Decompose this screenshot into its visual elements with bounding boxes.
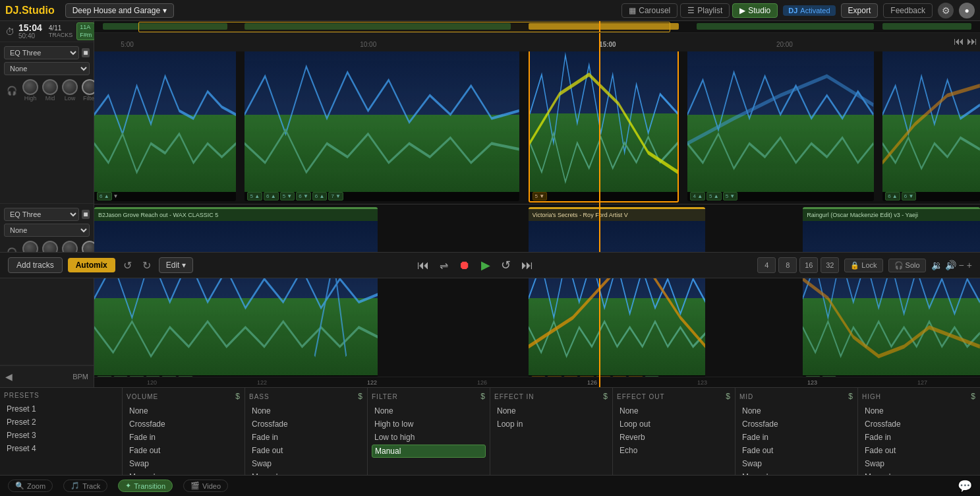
preset-1[interactable]: Preset 1 (4, 403, 118, 415)
mid-dollar-icon[interactable]: $ (848, 392, 853, 401)
high-fade-in[interactable]: Fade in (862, 431, 976, 443)
transition-icon: ✦ (125, 481, 131, 490)
bottom-bar: 🔍 Zoom 🎵 Track ✦ Transition 🎬 Video 💬 (0, 475, 980, 496)
volume-fade-in[interactable]: Fade in (127, 431, 241, 443)
mid-swap[interactable]: Swap (739, 458, 853, 470)
vol-up-icon[interactable]: 🔊 (945, 260, 956, 270)
high-knob-1[interactable] (22, 79, 38, 95)
feedback-button[interactable]: Feedback (883, 3, 933, 18)
automix-button[interactable]: Automix (68, 258, 115, 272)
filter-none[interactable]: None (372, 405, 486, 417)
bass-none[interactable]: None (249, 405, 363, 417)
mid-crossfade[interactable]: Crossfade (739, 418, 853, 430)
nav-carousel[interactable]: ▦ Carousel (621, 3, 677, 18)
eq-toggle-1[interactable]: ■ (82, 48, 90, 57)
high-fade-out[interactable]: Fade out (862, 445, 976, 456)
solo-button[interactable]: 🎧 Solo (888, 259, 926, 272)
undo-button[interactable]: ↺ (121, 258, 134, 273)
loop-button[interactable]: ↺ (498, 257, 513, 274)
volume-crossfade[interactable]: Crossfade (127, 418, 241, 430)
redo-button[interactable]: ↻ (140, 258, 154, 273)
fast-forward-btn[interactable]: ⏭ (967, 36, 977, 47)
track-clip-b2[interactable]: Victoria's Secrets - Roy Ford Artist V 4… (529, 207, 706, 385)
skip-back-button[interactable]: ⏮ (415, 257, 432, 274)
effect-in-none[interactable]: None (494, 405, 608, 417)
lock-button[interactable]: 🔒 Lock (844, 259, 882, 272)
header: DJ.Studio Deep House and Garage ▾ ▦ Caro… (0, 0, 980, 21)
bass-fade-out[interactable]: Fade out (249, 445, 363, 456)
low-knob-1[interactable] (62, 79, 78, 95)
play-button[interactable]: ▶ (478, 257, 493, 274)
user-avatar[interactable]: ● (959, 3, 975, 18)
settings-icon[interactable]: ⚙ (938, 3, 954, 18)
bass-crossfade[interactable]: Crossfade (249, 418, 363, 430)
filter-low-to-high[interactable]: Low to high (372, 431, 486, 443)
eq-select-1[interactable]: EQ Three None (4, 46, 79, 59)
effect-out-dollar-icon[interactable]: $ (726, 392, 731, 401)
zoom-16-button[interactable]: 16 (799, 257, 818, 273)
high-dollar-icon[interactable]: $ (971, 392, 976, 401)
mid-fade-out[interactable]: Fade out (739, 445, 853, 456)
volume-dollar-icon[interactable]: $ (235, 392, 241, 401)
mid-knob-1[interactable] (42, 79, 58, 95)
mid-none[interactable]: None (739, 405, 853, 417)
preset-4[interactable]: Preset 4 (4, 443, 118, 454)
volume-none[interactable]: None (127, 405, 241, 417)
rewind-btn[interactable]: ⏮ (954, 36, 964, 47)
record-button[interactable]: ⏺ (456, 257, 473, 274)
edit-button[interactable]: Edit ▾ (159, 257, 194, 273)
viewport-indicator[interactable] (138, 22, 670, 32)
zoom-tab[interactable]: 🔍 Zoom (8, 480, 53, 492)
zoom-4-button[interactable]: 4 (757, 257, 776, 273)
left-panel: ⏱ 15:04 50:40 4/11 TRACKS 11A F#m EQ Thr… (0, 21, 94, 387)
clip-2-tag-6: 7 ▼ (328, 192, 343, 201)
skip-forward-button[interactable]: ⏭ (519, 257, 536, 274)
timeline-overview[interactable] (94, 21, 980, 33)
clip-4-tag-1: 4 ▲ (690, 192, 705, 201)
volume-fade-out[interactable]: Fade out (127, 445, 241, 456)
zoom-8-button[interactable]: 8 (778, 257, 797, 273)
mid-fade-in[interactable]: Fade in (739, 431, 853, 443)
bass-dollar-icon[interactable]: $ (358, 392, 363, 401)
add-tracks-button[interactable]: Add tracks (8, 257, 63, 273)
track-clip-b3[interactable]: Raingurl (Oscar Mackenzie Edit) v3 - Yae… (803, 207, 980, 385)
chat-icon[interactable]: 💬 (958, 479, 972, 493)
effect-out-none[interactable]: None (617, 405, 731, 417)
mix-button[interactable]: ⇌ (437, 258, 451, 273)
preset-3[interactable]: Preset 3 (4, 429, 118, 441)
bass-fade-in[interactable]: Fade in (249, 431, 363, 443)
zoom-32-button[interactable]: 32 (821, 257, 839, 273)
track-tab[interactable]: 🎵 Track (63, 480, 107, 492)
effect-in-loop-in[interactable]: Loop in (494, 418, 608, 430)
volume-swap[interactable]: Swap (127, 458, 241, 470)
nav-playlist[interactable]: ☰ Playlist (680, 3, 730, 18)
nav-studio[interactable]: ▶ Studio (732, 3, 778, 18)
transition-tab[interactable]: ✦ Transition (118, 480, 173, 492)
vol-mute-icon[interactable]: − (959, 260, 964, 270)
vol-down-icon[interactable]: 🔉 (931, 260, 942, 270)
preset-2[interactable]: Preset 2 (4, 416, 118, 428)
filter-high-to-low[interactable]: High to low (372, 418, 486, 430)
effect-out-reverb[interactable]: Reverb (617, 431, 731, 443)
high-none[interactable]: None (862, 405, 976, 417)
eq-select-2[interactable]: EQ Three None (4, 208, 79, 221)
effect-out-echo[interactable]: Echo (617, 445, 731, 456)
effect-out-loop-out[interactable]: Loop out (617, 418, 731, 430)
video-tab[interactable]: 🎬 Video (183, 480, 228, 492)
vol-max-icon[interactable]: + (967, 260, 972, 270)
export-button[interactable]: Export (841, 3, 879, 18)
bass-swap[interactable]: Swap (249, 458, 363, 470)
effect-in-dollar-icon[interactable]: $ (603, 392, 608, 401)
track-clip-b1[interactable]: B2Jason Grove Reach out - WAX CLASSIC 5 … (94, 207, 378, 385)
high-crossfade[interactable]: Crossfade (862, 418, 976, 430)
filter-title: FILTER (372, 393, 398, 400)
low-label-1: Low (65, 95, 76, 102)
none-select-1[interactable]: None (4, 62, 90, 75)
eq-toggle-2[interactable]: ■ (82, 210, 90, 219)
high-swap[interactable]: Swap (862, 458, 976, 470)
none-select-2[interactable]: None (4, 224, 90, 237)
project-button[interactable]: Deep House and Garage ▾ (65, 3, 174, 18)
filter-dollar-icon[interactable]: $ (480, 392, 486, 401)
filter-manual[interactable]: Manual (372, 445, 486, 458)
headphone-icon-1[interactable]: 🎧 (7, 86, 17, 96)
